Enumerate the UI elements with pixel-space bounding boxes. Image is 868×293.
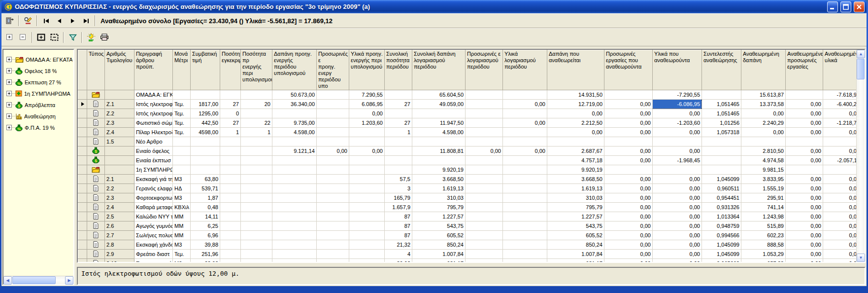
column-header[interactable]: Ποσότητα πρ ενεργής περι υπολογισμού — [241, 50, 272, 90]
grid-cell[interactable] — [466, 100, 503, 109]
grid-cell[interactable] — [241, 221, 272, 231]
grid-row[interactable]: 2.10Εκσκαφες εις έΜ322,0330,92681,17681,… — [78, 259, 857, 262]
close-button[interactable] — [854, 1, 865, 12]
grid-cell[interactable] — [412, 109, 466, 118]
grid-cell[interactable] — [317, 250, 349, 259]
grid-cell[interactable] — [241, 193, 272, 203]
grid-cell[interactable] — [272, 137, 317, 146]
grid-cell[interactable] — [503, 240, 547, 250]
grid-cell[interactable]: 4.598,00 — [272, 128, 317, 137]
column-header[interactable]: Περιγραφή άρθρου προϋπ. — [134, 50, 173, 90]
grid-cell[interactable]: 4 — [385, 250, 412, 259]
grid-cell[interactable]: 1,045099 — [702, 175, 741, 184]
grid-cell[interactable]: 1,87 — [191, 193, 220, 203]
grid-cell[interactable] — [349, 137, 385, 146]
grid-cell[interactable]: 795,79 — [547, 203, 604, 212]
grid-cell[interactable]: ΗΔ — [173, 184, 191, 193]
grid-cell[interactable]: 1.007,84 — [547, 250, 604, 259]
grid-cell[interactable] — [385, 156, 412, 165]
grid-cell[interactable]: 681,17 — [412, 259, 466, 262]
grid-cell[interactable] — [191, 90, 220, 100]
grid-cell[interactable] — [466, 203, 503, 212]
column-header[interactable]: Προσωρινές ε λογαριασμού περιόδου — [466, 50, 503, 90]
grid-cell[interactable]: 4.974,58 — [741, 156, 786, 165]
grid-cell[interactable]: 0,00 — [786, 156, 823, 165]
grid-cell[interactable] — [191, 146, 220, 156]
grid-cell[interactable]: 1 — [241, 128, 272, 137]
grid-cell[interactable] — [317, 109, 349, 118]
grid-cell[interactable]: 0,00 — [741, 128, 786, 137]
grid-cell[interactable] — [702, 146, 741, 156]
grid-cell[interactable]: 681,17 — [547, 259, 604, 262]
grid-cell[interactable] — [385, 137, 412, 146]
grid-cell[interactable] — [466, 165, 503, 175]
grid-cell[interactable]: 888,58 — [741, 240, 786, 250]
grid-cell[interactable]: 1 — [220, 128, 241, 137]
grid-cell[interactable]: Μ3 — [173, 193, 191, 203]
grid-cell[interactable]: 0,00 — [823, 203, 857, 212]
grid-cell[interactable]: 12.719,00 — [547, 100, 604, 109]
grid-cell[interactable]: 0,00 — [823, 231, 857, 240]
grid-cell[interactable]: 0,00 — [604, 184, 653, 193]
nav-last-button[interactable] — [79, 15, 93, 27]
collapse-all-button[interactable] — [48, 31, 61, 43]
grid-cell[interactable] — [272, 109, 317, 118]
nav-first-button[interactable] — [39, 15, 53, 27]
grid-cell[interactable]: 295,91 — [741, 193, 786, 203]
column-header[interactable]: Συνολική ποσότητα περιόδου — [385, 50, 412, 90]
grid-cell[interactable]: Μ3 — [173, 240, 191, 250]
grid-cell[interactable]: 0,994566 — [702, 231, 741, 240]
grid-cell[interactable]: 87 — [385, 231, 412, 240]
grid-cell[interactable] — [173, 90, 191, 100]
grid-cell[interactable]: 0,954451 — [702, 193, 741, 203]
grid-cell[interactable] — [466, 128, 503, 137]
grid-row[interactable]: 2.5Καλώδιο ΝΥΥ τεΜΜ14,11871.227,571.227,… — [78, 212, 857, 221]
grid-cell[interactable] — [349, 250, 385, 259]
tree-item[interactable]: 1η ΣΥΜΠΛΗΡΩΜΑ — [4, 88, 72, 99]
grid-cell[interactable] — [272, 165, 317, 175]
grid-cell[interactable]: 65.604,50 — [412, 90, 466, 100]
grid-cell[interactable]: Τεμ. — [173, 100, 191, 109]
grid-cell[interactable]: 0,00 — [786, 212, 823, 221]
tree-item[interactable]: %Εκπτωση 27 % — [4, 76, 72, 88]
grid-cell[interactable]: 0,00 — [503, 118, 547, 128]
grid-cell[interactable]: 9.981,15 — [741, 165, 786, 175]
grid-cell[interactable] — [466, 109, 503, 118]
grid-cell[interactable]: 14,11 — [191, 212, 220, 221]
grid-cell[interactable] — [385, 90, 412, 100]
grid-cell[interactable]: Τεμ. — [173, 109, 191, 118]
grid-cell[interactable] — [241, 240, 272, 250]
grid-cell[interactable]: 27 — [385, 118, 412, 128]
grid-cell[interactable]: -7.618,93 — [823, 90, 857, 100]
column-header[interactable]: Υλικά λογαριασμού περιόδου — [503, 50, 547, 90]
column-header[interactable]: Μονά Μέτρι — [173, 50, 191, 90]
grid-cell[interactable] — [503, 90, 547, 100]
grid-cell[interactable] — [466, 175, 503, 184]
grid-cell[interactable]: 0,00 — [349, 146, 385, 156]
grid-cell[interactable] — [272, 259, 317, 262]
grid-cell[interactable]: 36.340,00 — [272, 100, 317, 109]
grid-cell[interactable]: 15.613,87 — [741, 90, 786, 100]
grid-cell[interactable]: 0,00 — [604, 212, 653, 221]
grid-cell[interactable]: 1817,00 — [191, 100, 220, 109]
grid-cell[interactable]: 0,00 — [786, 146, 823, 156]
tools-button[interactable] — [21, 15, 34, 27]
grid-cell[interactable]: Φρεάτιο διαστ — [134, 250, 173, 259]
grid-cell[interactable] — [503, 259, 547, 262]
column-header[interactable] — [78, 50, 87, 90]
grid-cell[interactable]: 0,00 — [823, 128, 857, 137]
grid-vertical-scrollbar[interactable]: ▲ ▼ — [856, 50, 865, 262]
grid-cell[interactable]: 0,00 — [786, 109, 823, 118]
grid-cell[interactable] — [466, 90, 503, 100]
article-description-field[interactable]: Ιστός ηλεκτροφωτισμού οδών ύψους 12,00 μ… — [77, 267, 866, 285]
tree-expander-icon[interactable] — [6, 68, 12, 73]
grid-cell[interactable] — [241, 250, 272, 259]
grid-cell[interactable] — [349, 231, 385, 240]
grid-cell[interactable] — [220, 156, 241, 165]
grid-cell[interactable]: Εκσκαφή χάνδο — [134, 240, 173, 250]
grid-cell[interactable]: 0,48 — [191, 203, 220, 212]
grid-cell[interactable]: 2.1 — [105, 175, 134, 184]
grid-cell[interactable] — [317, 100, 349, 109]
grid-cell[interactable] — [317, 240, 349, 250]
grid-cell[interactable] — [241, 165, 272, 175]
